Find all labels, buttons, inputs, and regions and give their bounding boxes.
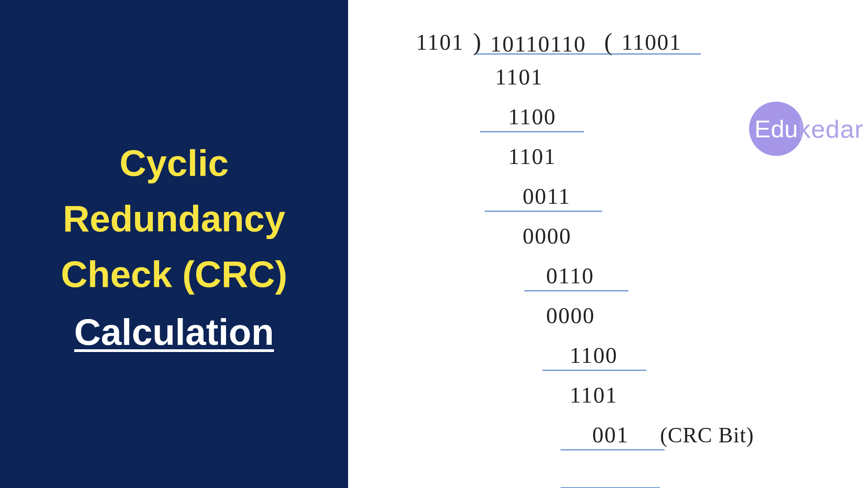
step-row: 1101 <box>366 136 850 176</box>
title-panel: Cyclic Redundancy Check (CRC) Calculatio… <box>0 0 348 488</box>
step-value: 0011 <box>523 183 571 209</box>
step-row: 001 (CRC Bit) <box>366 415 850 455</box>
title-line3: Check (CRC) <box>61 246 287 302</box>
step-row: 1100 <box>366 97 850 136</box>
crc-bit-label: (CRC Bit) <box>660 422 754 447</box>
step-value: 0110 <box>546 263 594 289</box>
step-value: 1100 <box>508 103 556 130</box>
divisor: 1101 <box>416 29 464 55</box>
title-line2: Redundancy <box>63 191 285 246</box>
step-value: 1101 <box>495 64 543 90</box>
step-row: 1101 <box>366 57 850 97</box>
long-division: 1101 ) 10110110 ( 11001 1101 1100 1101 0… <box>366 27 850 455</box>
dividend: 10110110 <box>490 27 586 57</box>
title-line1: Cyclic <box>119 135 229 191</box>
step-row: 1100 <box>366 335 850 375</box>
paren-close: ) <box>473 28 482 56</box>
paren-open: ( <box>604 28 613 56</box>
step-row: 1101 <box>366 375 850 415</box>
quotient: 11001 <box>621 29 681 55</box>
step-row: 0000 <box>366 296 850 335</box>
step-value: 1101 <box>570 382 618 408</box>
division-top-row: 1101 ) 10110110 ( 11001 <box>366 27 850 57</box>
step-row: 0011 <box>366 176 850 216</box>
title-line4: Calculation <box>74 311 274 353</box>
step-value: 0000 <box>523 223 571 249</box>
calculation-panel: Edu kedar 1101 ) 10110110 ( 11001 1101 1… <box>348 0 868 488</box>
step-row: 0110 <box>366 256 850 296</box>
step-value: 1101 <box>508 143 556 169</box>
step-value: 1100 <box>570 342 618 368</box>
step-value: 0000 <box>546 302 595 328</box>
step-value: 001 <box>592 422 629 448</box>
step-row: 0000 <box>366 216 850 256</box>
